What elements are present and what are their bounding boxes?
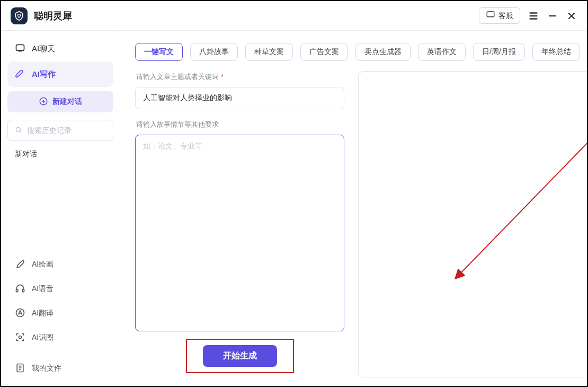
search-history-box[interactable]: [7, 120, 113, 141]
customer-service-label: 客服: [498, 11, 513, 21]
extra-textarea[interactable]: [135, 135, 344, 331]
customer-service-button[interactable]: 客服: [479, 7, 520, 24]
chip-ad-copy[interactable]: 广告文案: [300, 43, 348, 61]
svg-rect-5: [22, 289, 24, 292]
headphones-icon: [15, 283, 25, 295]
app-title: 聪明灵犀: [34, 10, 72, 22]
sidebar-item-ai-translate[interactable]: AI翻译: [7, 301, 113, 326]
app-logo-icon: [11, 7, 28, 24]
feature-label: AI绘画: [32, 260, 54, 269]
sidebar-item-label: AI聊天: [32, 44, 55, 54]
annotation-frame: 开始生成: [186, 339, 294, 373]
sidebar-item-ai-image-recognition[interactable]: AI识图: [7, 326, 113, 350]
chip-english-essay[interactable]: 英语作文: [418, 43, 466, 61]
scan-icon: [15, 332, 25, 344]
chip-seed-copy[interactable]: 种草文案: [245, 43, 293, 61]
feature-label: AI识图: [32, 333, 54, 342]
extra-field-label: 请输入故事情节等其他要求: [136, 120, 344, 129]
chip-daily-weekly-monthly[interactable]: 日/周/月报: [473, 43, 525, 61]
minimize-button[interactable]: [547, 10, 558, 22]
output-panel: [358, 71, 588, 377]
pen-icon: [15, 68, 25, 81]
chat-icon: [15, 43, 25, 55]
close-button[interactable]: [566, 10, 577, 22]
chip-sellingpoint-generator[interactable]: 卖点生成器: [355, 43, 411, 61]
chat-bubble-icon: [486, 10, 495, 21]
letter-a-icon: [15, 307, 25, 320]
sidebar-item-ai-chat[interactable]: AI聊天: [7, 36, 113, 61]
plus-circle-icon: [39, 96, 48, 108]
new-conversation-label: 新建对话: [52, 97, 82, 107]
svg-rect-4: [16, 289, 18, 292]
search-input[interactable]: [27, 126, 120, 135]
sidebar-item-ai-writing[interactable]: AI写作: [7, 61, 113, 87]
my-files-label: 我的文件: [32, 364, 61, 373]
svg-point-3: [16, 127, 20, 131]
feature-label: AI翻译: [32, 309, 54, 318]
generate-button[interactable]: 开始生成: [203, 345, 277, 367]
file-icon: [15, 363, 25, 375]
sidebar-item-label: AI写作: [32, 69, 56, 80]
brush-icon: [15, 259, 25, 271]
sidebar-item-my-files[interactable]: 我的文件: [7, 356, 113, 381]
svg-point-7: [19, 336, 22, 338]
feature-label: AI语音: [32, 284, 54, 294]
topic-input[interactable]: [135, 87, 344, 109]
chip-gossip-story[interactable]: 八卦故事: [190, 43, 238, 61]
chip-oneclick-write[interactable]: 一键写文: [135, 43, 183, 61]
history-item[interactable]: 新对话: [7, 144, 113, 164]
search-icon: [14, 126, 23, 136]
new-conversation-button[interactable]: 新建对话: [7, 91, 113, 112]
chip-year-end-summary[interactable]: 年终总结: [532, 43, 580, 61]
menu-button[interactable]: [528, 10, 539, 22]
svg-rect-1: [16, 45, 24, 50]
topic-field-label: 请输入文章主题或者关键词*: [136, 72, 344, 82]
sidebar-item-ai-draw[interactable]: AI绘画: [7, 252, 113, 277]
sidebar-item-ai-voice[interactable]: AI语音: [7, 277, 113, 301]
